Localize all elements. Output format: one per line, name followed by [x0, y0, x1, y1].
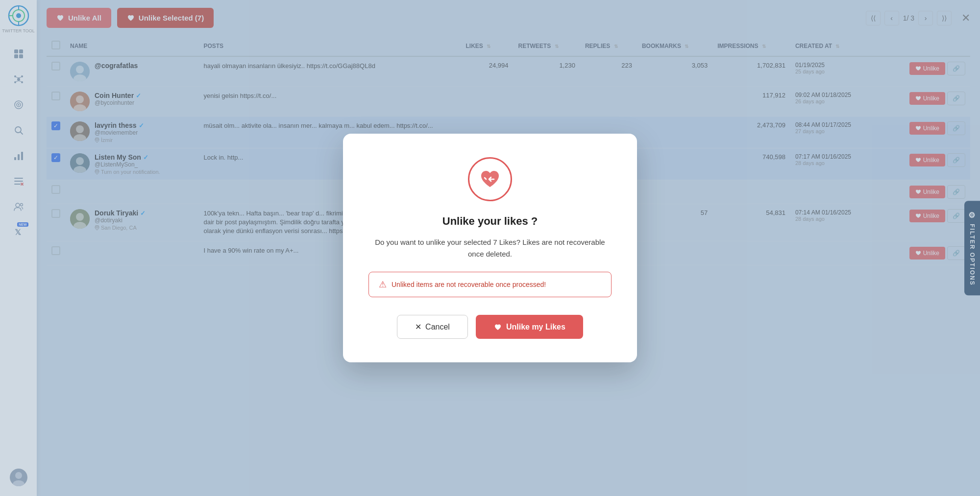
cancel-x-icon: ✕	[415, 322, 421, 331]
modal-heart-icon-circle	[468, 157, 512, 201]
modal-warning-text: Unliked items are not recoverable once p…	[392, 281, 546, 288]
modal-overlay: Unlike your likes ? Do you want to unlik…	[0, 0, 980, 496]
modal-warning-box: ⚠ Unliked items are not recoverable once…	[368, 272, 612, 297]
warning-icon: ⚠	[379, 279, 387, 290]
modal-description: Do you want to unlike your selected 7 Li…	[368, 236, 612, 260]
modal-actions: ✕ Cancel Unlike my Likes	[368, 315, 612, 339]
confirm-label: Unlike my Likes	[506, 323, 565, 331]
unlike-confirm-modal: Unlike your likes ? Do you want to unlik…	[343, 134, 637, 362]
cancel-label: Cancel	[425, 323, 450, 331]
confirm-unlike-button[interactable]: Unlike my Likes	[476, 315, 583, 339]
cancel-button[interactable]: ✕ Cancel	[397, 315, 468, 339]
modal-title: Unlike your likes ?	[368, 215, 612, 228]
modal-icon-area	[368, 157, 612, 201]
